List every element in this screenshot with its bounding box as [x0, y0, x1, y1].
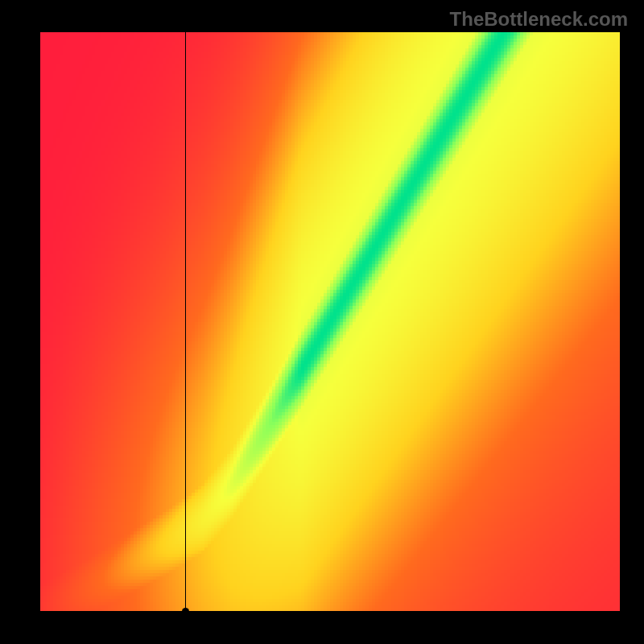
x-axis-line: [40, 611, 620, 612]
vertical-guide-line: [185, 32, 186, 612]
heatmap-plot: [40, 32, 620, 612]
guide-marker-dot: [182, 608, 189, 615]
watermark-label: TheBottleneck.com: [450, 8, 628, 31]
heatmap-canvas: [40, 32, 620, 612]
chart-container: TheBottleneck.com: [0, 0, 644, 644]
